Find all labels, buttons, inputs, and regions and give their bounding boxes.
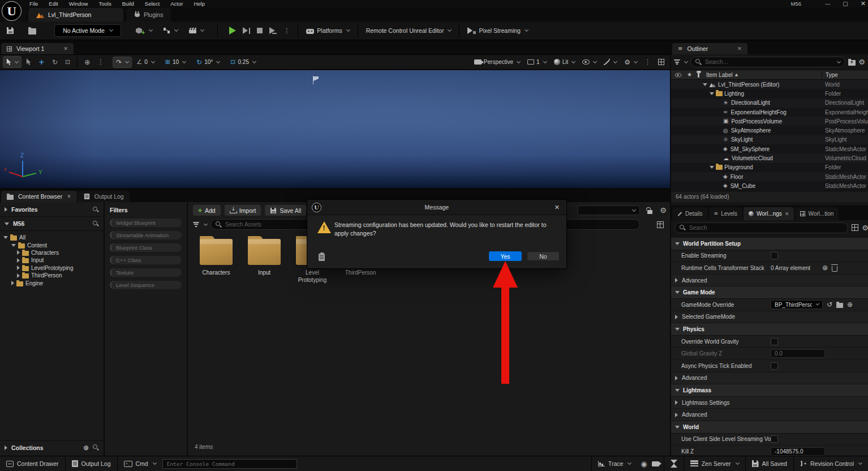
- row-lightmass-settings[interactable]: Lightmass Settings: [671, 397, 868, 409]
- blueprints-button[interactable]: [160, 25, 181, 36]
- menu-help[interactable]: Help: [194, 1, 205, 7]
- menu-select[interactable]: Select: [145, 1, 160, 7]
- scale-snap-toggle[interactable]: ⊡ 0.25: [227, 57, 259, 67]
- play-button[interactable]: [226, 24, 239, 37]
- client-side-streaming-checkbox[interactable]: [771, 435, 778, 443]
- cinematics-button[interactable]: [186, 25, 207, 36]
- path-history-dropdown[interactable]: [578, 205, 640, 215]
- menu-tools[interactable]: Tools: [98, 1, 111, 7]
- collections-header[interactable]: Collections ⊕: [0, 440, 104, 454]
- transform-tool-dropdown[interactable]: [3, 56, 22, 68]
- details-search-input[interactable]: [689, 225, 843, 231]
- player-start-flag-icon[interactable]: [311, 76, 319, 85]
- save-all-button[interactable]: Save All: [265, 205, 306, 216]
- import-button[interactable]: Import: [225, 205, 261, 216]
- select-tool[interactable]: [23, 57, 34, 67]
- search-icon[interactable]: [93, 444, 99, 451]
- filter-pill-level-sequence[interactable]: Level Sequence: [110, 281, 182, 289]
- filter-icon[interactable]: [193, 222, 199, 227]
- row-selected-gamemode[interactable]: Selected GameMode: [671, 311, 868, 324]
- tab-content-browser[interactable]: Content Browser ✕: [1, 191, 77, 202]
- close-icon[interactable]: ✕: [737, 46, 742, 52]
- favorites-header[interactable]: Favorites: [0, 203, 104, 217]
- layout-button[interactable]: [655, 57, 667, 67]
- tree-item-all[interactable]: All: [3, 234, 104, 241]
- no-button[interactable]: No: [527, 251, 560, 261]
- menu-file[interactable]: File: [29, 1, 38, 7]
- expand-icon[interactable]: [710, 92, 714, 95]
- tab-outliner[interactable]: ≡ Outliner ✕: [672, 43, 747, 54]
- coordinate-system-button[interactable]: ⊕: [81, 57, 93, 67]
- cmd-dropdown[interactable]: Cmd: [118, 456, 162, 471]
- viewport-settings-dropdown[interactable]: ⚙: [621, 57, 640, 67]
- console-command-input[interactable]: [162, 459, 297, 469]
- chevron-down-icon[interactable]: [204, 221, 208, 225]
- menu-edit[interactable]: Edit: [49, 1, 58, 7]
- unreal-logo-icon[interactable]: U: [2, 1, 22, 21]
- star-column-icon[interactable]: ★: [687, 72, 692, 78]
- rotation-snap-toggle[interactable]: ↻ 10°: [194, 57, 222, 67]
- trace-dropdown[interactable]: Trace: [592, 456, 637, 471]
- tree-item-levelprototyping[interactable]: LevelPrototyping: [3, 264, 104, 272]
- view-mode-dropdown[interactable]: Lit: [551, 57, 578, 67]
- menu-window[interactable]: Window: [69, 1, 88, 7]
- grid-snap-toggle[interactable]: ⊞ 10: [162, 57, 188, 67]
- row-advanced-lightmass[interactable]: Advanced: [671, 409, 868, 421]
- close-button[interactable]: ✕: [861, 0, 866, 7]
- search-icon[interactable]: [93, 207, 99, 213]
- outliner-row[interactable]: ◎SkyAtmosphereSkyAtmosphere: [671, 126, 868, 135]
- close-icon[interactable]: ✕: [63, 46, 68, 52]
- tab-output-log[interactable]: Output Log: [78, 191, 130, 202]
- save-button[interactable]: [3, 25, 17, 36]
- rotate-tool[interactable]: ↻: [49, 57, 61, 67]
- remote-control-button[interactable]: Remote Control Unreal Editor: [363, 25, 455, 36]
- browse-asset-icon[interactable]: [836, 303, 843, 308]
- outliner-row[interactable]: ☼SkyLightSkyLight: [671, 135, 868, 144]
- yes-button[interactable]: Yes: [489, 251, 522, 261]
- section-lightmass[interactable]: Lightmass: [671, 384, 868, 397]
- asset-folder-characters[interactable]: Characters: [198, 239, 234, 284]
- filter-pill-texture[interactable]: Texture: [110, 268, 182, 277]
- outliner-row[interactable]: ◈SM_CubeStaticMeshActor: [671, 181, 868, 190]
- launch-button[interactable]: [266, 25, 280, 36]
- section-physics[interactable]: Physics: [671, 323, 868, 336]
- viewport-options-button[interactable]: ⋮: [642, 57, 654, 67]
- add-icon[interactable]: ⊕: [847, 301, 853, 308]
- menu-build[interactable]: Build: [122, 1, 134, 7]
- tab-levels[interactable]: ≡ Levels: [709, 207, 742, 220]
- row-advanced-physics[interactable]: Advanced: [671, 372, 868, 385]
- outliner-row[interactable]: ◈SM_SkySphereStaticMeshActor: [671, 144, 868, 153]
- copy-to-clipboard-icon[interactable]: [319, 254, 325, 261]
- filter-icon[interactable]: [674, 59, 680, 65]
- platforms-button[interactable]: Platforms: [303, 25, 353, 36]
- filter-pill-widget-blueprint[interactable]: Widget Blueprint: [110, 219, 182, 227]
- column-type[interactable]: Type: [822, 72, 868, 78]
- expand-icon[interactable]: [703, 83, 707, 86]
- override-gravity-checkbox[interactable]: [771, 338, 778, 345]
- outliner-row[interactable]: ◈FloorStaticMeshActor: [671, 172, 868, 181]
- stop-button[interactable]: [253, 25, 266, 36]
- perspective-dropdown[interactable]: Perspective: [471, 57, 523, 67]
- skip-frame-button[interactable]: [239, 25, 254, 36]
- browse-content-button[interactable]: [25, 25, 40, 37]
- outliner-row[interactable]: ≈ExponentialHeightFogExponentialHeightFo…: [671, 108, 868, 117]
- close-icon[interactable]: ✕: [67, 194, 71, 199]
- maximize-button[interactable]: ▢: [843, 1, 848, 7]
- revision-control-dropdown[interactable]: Revision Control: [794, 456, 868, 471]
- close-icon[interactable]: ✕: [785, 211, 789, 217]
- outliner-row[interactable]: ☁VolumetricCloudVolumetricCloud: [671, 153, 868, 162]
- section-world-partition-setup[interactable]: World Partition Setup: [671, 238, 868, 250]
- pixel-streaming-button[interactable]: Pixel Streaming: [464, 25, 531, 36]
- tree-item-content[interactable]: Content: [3, 241, 104, 249]
- move-tool[interactable]: +: [36, 57, 48, 67]
- screen-percentage-dropdown[interactable]: 1: [525, 57, 549, 67]
- filter-pill-cpp-class[interactable]: C++ Class: [110, 256, 182, 264]
- add-element-icon[interactable]: ⊕: [822, 264, 828, 271]
- menu-actor[interactable]: Actor: [170, 1, 183, 7]
- effects-dropdown[interactable]: [601, 57, 620, 67]
- filter-pill-blueprint-class[interactable]: Blueprint Class: [110, 243, 182, 252]
- output-log-button[interactable]: Output Log: [66, 456, 117, 471]
- tree-item-input[interactable]: Input: [3, 256, 104, 264]
- save-status-button[interactable]: All Saved: [746, 456, 793, 471]
- outliner-search[interactable]: [690, 57, 845, 67]
